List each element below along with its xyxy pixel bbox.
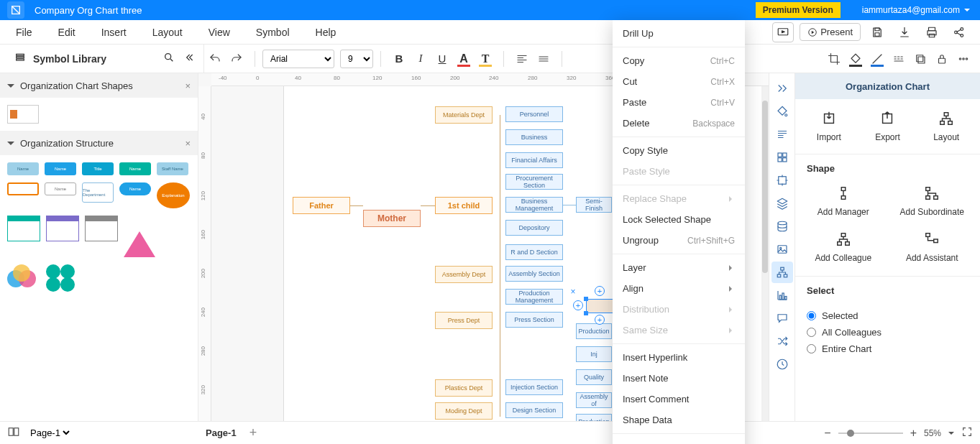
bold-button[interactable]: B: [388, 49, 410, 69]
fill-panel-icon[interactable]: [771, 101, 793, 122]
ctx-drill-up[interactable]: Drill Up: [613, 23, 745, 44]
comments-panel-icon[interactable]: [771, 307, 793, 329]
image-panel-icon[interactable]: [771, 239, 793, 260]
pages-icon[interactable]: [7, 425, 20, 440]
import-button[interactable]: Import: [801, 111, 857, 142]
ctx-layer[interactable]: Layer: [613, 257, 745, 278]
node-personnel[interactable]: Personnel: [505, 106, 563, 122]
undo-button[interactable]: [204, 49, 226, 69]
present-button[interactable]: Present: [800, 23, 861, 41]
node-depository[interactable]: Depository: [505, 220, 563, 236]
data-panel-icon[interactable]: [771, 216, 793, 237]
node-biz-mgmt[interactable]: Business Management: [505, 197, 563, 213]
add-page-button[interactable]: +: [249, 425, 257, 440]
chevron-down-icon[interactable]: [948, 432, 954, 438]
tab-page-1[interactable]: Page-1: [206, 427, 237, 438]
radio-selected[interactable]: Selected: [807, 310, 968, 321]
highlight-button[interactable]: T: [475, 49, 496, 69]
zoom-out-button[interactable]: −: [824, 427, 830, 440]
fill-button[interactable]: [845, 49, 866, 69]
add-manager-button[interactable]: Add Manager: [802, 185, 884, 217]
node-semi[interactable]: Semi-Finish: [576, 197, 612, 213]
scrollbar-vertical[interactable]: [761, 86, 769, 421]
add-colleague-button[interactable]: Add Colleague: [802, 231, 884, 263]
section-org-structure[interactable]: Organization Structure ×: [0, 131, 198, 155]
node-press-section[interactable]: Press Section: [505, 312, 563, 328]
shape-table-purple[interactable]: [46, 216, 79, 241]
underline-button[interactable]: U: [431, 49, 453, 69]
ctx-lock-selected-shape[interactable]: Lock Selected Shape: [613, 209, 745, 230]
ctx-insert-hyperlink[interactable]: Insert Hyperlink: [613, 347, 745, 368]
ctx-insert-comment[interactable]: Insert Comment: [613, 389, 745, 410]
add-handle-up[interactable]: +: [595, 286, 605, 296]
layers-panel-icon[interactable]: [771, 193, 793, 214]
add-assistant-button[interactable]: Add Assistant: [892, 231, 974, 263]
zoom-slider[interactable]: [838, 433, 903, 434]
export-button[interactable]: Export: [859, 111, 915, 142]
font-family-select[interactable]: Arial: [262, 50, 334, 68]
shape-name-blue[interactable]: Name: [45, 162, 76, 175]
menu-file[interactable]: File: [3, 22, 45, 42]
ctx-delete[interactable]: DeleteBackspace: [613, 113, 745, 134]
radio-entire-chart[interactable]: Entire Chart: [807, 343, 968, 354]
font-size-select[interactable]: 9: [340, 50, 373, 68]
node-press-dept[interactable]: Press Dept: [435, 312, 493, 329]
ctx-paste[interactable]: PasteCtrl+V: [613, 92, 745, 113]
node-assembly-dept[interactable]: Assembly Dept: [435, 266, 493, 283]
node-mother[interactable]: Mother: [363, 210, 421, 227]
shape-table-teal[interactable]: [7, 216, 40, 241]
node-rnd[interactable]: R and D Section: [505, 244, 563, 260]
ctx-shape-data[interactable]: Shape Data: [613, 410, 745, 430]
node-father[interactable]: Father: [293, 197, 350, 214]
section-org-chart-shapes[interactable]: Organization Chart Shapes ×: [0, 73, 198, 98]
document-title[interactable]: Company Org Chart three: [35, 5, 142, 16]
page-select[interactable]: Page-1: [27, 427, 72, 439]
node-production2[interactable]: Production: [576, 414, 612, 421]
align-left-button[interactable]: [511, 49, 533, 69]
ctx-ungroup[interactable]: UngroupCtrl+Shift+G: [613, 230, 745, 251]
crop-button[interactable]: [823, 49, 845, 69]
org-chart-panel-icon[interactable]: [771, 262, 793, 283]
shape-outline-orange[interactable]: [7, 182, 39, 195]
more-button[interactable]: [953, 49, 974, 69]
node-injection[interactable]: Injection Section: [505, 379, 563, 395]
ctx-insert-note[interactable]: Insert Note: [613, 368, 745, 389]
node-plastics-dept[interactable]: Plastics Dept: [435, 379, 493, 397]
menu-edit[interactable]: Edit: [45, 22, 88, 42]
selection-handle[interactable]: [584, 311, 588, 315]
dimension-panel-icon[interactable]: [771, 170, 793, 191]
shadow-button[interactable]: [910, 49, 931, 69]
add-handle-down[interactable]: +: [595, 315, 605, 325]
ctx-align[interactable]: Align: [613, 278, 745, 299]
add-handle-left[interactable]: +: [573, 300, 583, 310]
redo-button[interactable]: [226, 49, 247, 69]
node-inj[interactable]: Inj: [576, 346, 612, 362]
menu-layout[interactable]: Layout: [139, 22, 196, 42]
lock-button[interactable]: [931, 49, 953, 69]
node-assembly-section[interactable]: Assembly Section: [505, 266, 563, 282]
chart-panel-icon[interactable]: [771, 285, 793, 306]
download-icon[interactable]: [894, 22, 915, 42]
shape-triangle[interactable]: [124, 216, 155, 257]
shape-dept-stack[interactable]: The Department: [82, 182, 114, 203]
shape-name-pill[interactable]: Name: [119, 182, 151, 195]
shape-name-grey[interactable]: Name: [45, 182, 76, 195]
scrollbar-thumb[interactable]: [762, 101, 768, 273]
ctx-copy-style[interactable]: Copy Style: [613, 140, 745, 161]
menu-view[interactable]: View: [196, 22, 243, 42]
shape-explanation[interactable]: Explanation: [157, 182, 190, 208]
paragraph-panel-icon[interactable]: [771, 124, 793, 145]
close-icon[interactable]: ×: [185, 80, 191, 91]
align-vertical-button[interactable]: [533, 49, 554, 69]
grid-panel-icon[interactable]: [771, 147, 793, 168]
node-production[interactable]: Production: [576, 323, 612, 339]
shape-bubbles[interactable]: [46, 264, 79, 290]
collapse-left-icon[interactable]: [183, 52, 195, 65]
add-subordinate-button[interactable]: Add Subordinate: [892, 185, 974, 217]
fullscreen-icon[interactable]: [961, 426, 973, 440]
ctx-move-to-layer[interactable]: Move to Layer: [613, 437, 745, 444]
zoom-thumb[interactable]: [847, 430, 854, 437]
save-icon[interactable]: [866, 22, 888, 42]
expand-panel-icon[interactable]: [771, 78, 793, 99]
shape-name-light[interactable]: Name: [7, 162, 39, 175]
